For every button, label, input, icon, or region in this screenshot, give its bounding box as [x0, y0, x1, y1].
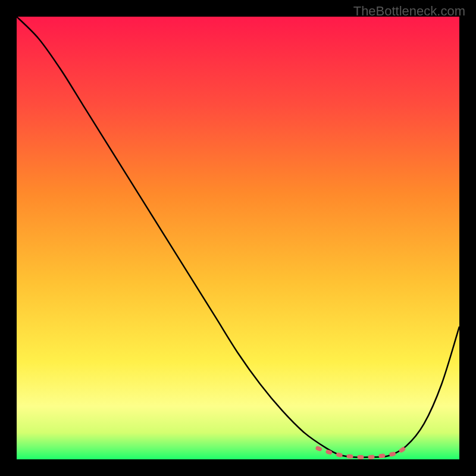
curve-layer — [17, 17, 459, 459]
watermark-text: TheBottleneck.com — [353, 4, 465, 19]
optimal-marker — [318, 447, 406, 457]
plot-area — [17, 17, 459, 459]
bottleneck-curve — [17, 17, 459, 458]
